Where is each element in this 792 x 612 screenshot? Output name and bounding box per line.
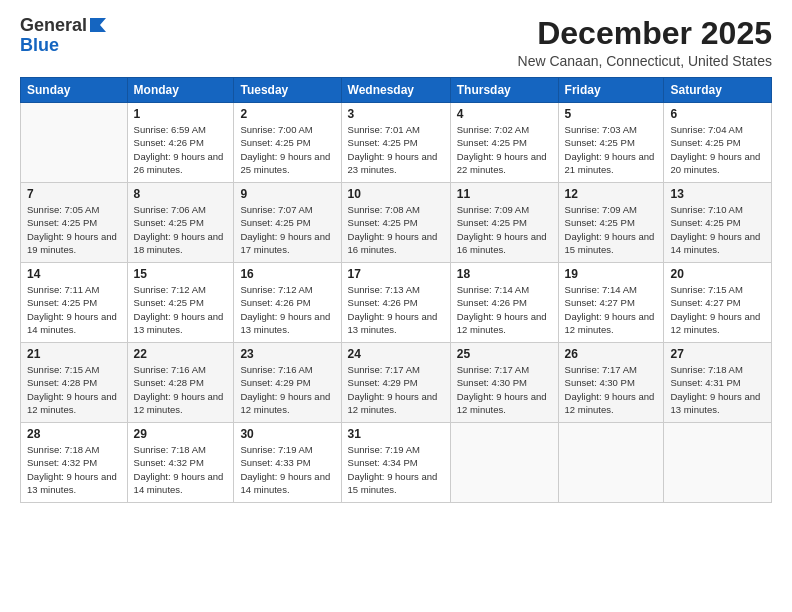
day-number: 28 — [27, 427, 121, 441]
daylight-text: Daylight: 9 hours and 15 minutes. — [565, 230, 658, 257]
col-thursday: Thursday — [450, 78, 558, 103]
calendar-table: Sunday Monday Tuesday Wednesday Thursday… — [20, 77, 772, 503]
day-info: Sunrise: 7:03 AM Sunset: 4:25 PM Dayligh… — [565, 123, 658, 176]
sunset-text: Sunset: 4:34 PM — [348, 456, 444, 469]
sunset-text: Sunset: 4:25 PM — [27, 216, 121, 229]
sunset-text: Sunset: 4:25 PM — [348, 136, 444, 149]
day-number: 26 — [565, 347, 658, 361]
daylight-text: Daylight: 9 hours and 21 minutes. — [565, 150, 658, 177]
day-number: 14 — [27, 267, 121, 281]
day-number: 13 — [670, 187, 765, 201]
day-number: 12 — [565, 187, 658, 201]
daylight-text: Daylight: 9 hours and 12 minutes. — [565, 390, 658, 417]
sunrise-text: Sunrise: 7:10 AM — [670, 203, 765, 216]
daylight-text: Daylight: 9 hours and 12 minutes. — [27, 390, 121, 417]
sunrise-text: Sunrise: 7:18 AM — [670, 363, 765, 376]
calendar-cell: 14 Sunrise: 7:11 AM Sunset: 4:25 PM Dayl… — [21, 263, 128, 343]
svg-marker-0 — [90, 18, 106, 32]
calendar-cell: 10 Sunrise: 7:08 AM Sunset: 4:25 PM Dayl… — [341, 183, 450, 263]
sunrise-text: Sunrise: 7:17 AM — [348, 363, 444, 376]
sunrise-text: Sunrise: 7:09 AM — [457, 203, 552, 216]
daylight-text: Daylight: 9 hours and 22 minutes. — [457, 150, 552, 177]
daylight-text: Daylight: 9 hours and 14 minutes. — [134, 470, 228, 497]
day-info: Sunrise: 7:12 AM Sunset: 4:26 PM Dayligh… — [240, 283, 334, 336]
sunrise-text: Sunrise: 7:19 AM — [240, 443, 334, 456]
day-number: 3 — [348, 107, 444, 121]
calendar-cell: 20 Sunrise: 7:15 AM Sunset: 4:27 PM Dayl… — [664, 263, 772, 343]
day-info: Sunrise: 7:05 AM Sunset: 4:25 PM Dayligh… — [27, 203, 121, 256]
sunset-text: Sunset: 4:25 PM — [565, 216, 658, 229]
sunset-text: Sunset: 4:25 PM — [134, 216, 228, 229]
day-info: Sunrise: 7:15 AM Sunset: 4:28 PM Dayligh… — [27, 363, 121, 416]
daylight-text: Daylight: 9 hours and 12 minutes. — [565, 310, 658, 337]
day-info: Sunrise: 7:08 AM Sunset: 4:25 PM Dayligh… — [348, 203, 444, 256]
calendar-cell: 21 Sunrise: 7:15 AM Sunset: 4:28 PM Dayl… — [21, 343, 128, 423]
day-number: 9 — [240, 187, 334, 201]
calendar-cell: 17 Sunrise: 7:13 AM Sunset: 4:26 PM Dayl… — [341, 263, 450, 343]
sunrise-text: Sunrise: 7:13 AM — [348, 283, 444, 296]
daylight-text: Daylight: 9 hours and 14 minutes. — [27, 310, 121, 337]
calendar-cell: 3 Sunrise: 7:01 AM Sunset: 4:25 PM Dayli… — [341, 103, 450, 183]
sunrise-text: Sunrise: 7:15 AM — [27, 363, 121, 376]
calendar-week-row: 21 Sunrise: 7:15 AM Sunset: 4:28 PM Dayl… — [21, 343, 772, 423]
sunrise-text: Sunrise: 7:16 AM — [240, 363, 334, 376]
day-number: 24 — [348, 347, 444, 361]
day-number: 8 — [134, 187, 228, 201]
sunrise-text: Sunrise: 7:05 AM — [27, 203, 121, 216]
calendar-cell: 24 Sunrise: 7:17 AM Sunset: 4:29 PM Dayl… — [341, 343, 450, 423]
day-number: 4 — [457, 107, 552, 121]
sunset-text: Sunset: 4:30 PM — [565, 376, 658, 389]
sunrise-text: Sunrise: 7:00 AM — [240, 123, 334, 136]
col-saturday: Saturday — [664, 78, 772, 103]
day-number: 5 — [565, 107, 658, 121]
daylight-text: Daylight: 9 hours and 13 minutes. — [134, 310, 228, 337]
calendar-cell: 18 Sunrise: 7:14 AM Sunset: 4:26 PM Dayl… — [450, 263, 558, 343]
calendar-cell: 4 Sunrise: 7:02 AM Sunset: 4:25 PM Dayli… — [450, 103, 558, 183]
day-info: Sunrise: 7:13 AM Sunset: 4:26 PM Dayligh… — [348, 283, 444, 336]
day-number: 21 — [27, 347, 121, 361]
sunrise-text: Sunrise: 7:07 AM — [240, 203, 334, 216]
calendar-cell: 22 Sunrise: 7:16 AM Sunset: 4:28 PM Dayl… — [127, 343, 234, 423]
calendar-cell: 9 Sunrise: 7:07 AM Sunset: 4:25 PM Dayli… — [234, 183, 341, 263]
day-info: Sunrise: 7:16 AM Sunset: 4:28 PM Dayligh… — [134, 363, 228, 416]
day-number: 11 — [457, 187, 552, 201]
calendar-cell: 31 Sunrise: 7:19 AM Sunset: 4:34 PM Dayl… — [341, 423, 450, 503]
sunset-text: Sunset: 4:25 PM — [457, 136, 552, 149]
calendar-cell: 15 Sunrise: 7:12 AM Sunset: 4:25 PM Dayl… — [127, 263, 234, 343]
day-info: Sunrise: 7:09 AM Sunset: 4:25 PM Dayligh… — [565, 203, 658, 256]
day-info: Sunrise: 7:18 AM Sunset: 4:32 PM Dayligh… — [134, 443, 228, 496]
title-block: December 2025 New Canaan, Connecticut, U… — [518, 16, 772, 69]
daylight-text: Daylight: 9 hours and 26 minutes. — [134, 150, 228, 177]
calendar-cell: 11 Sunrise: 7:09 AM Sunset: 4:25 PM Dayl… — [450, 183, 558, 263]
daylight-text: Daylight: 9 hours and 15 minutes. — [348, 470, 444, 497]
daylight-text: Daylight: 9 hours and 12 minutes. — [134, 390, 228, 417]
sunset-text: Sunset: 4:30 PM — [457, 376, 552, 389]
sunset-text: Sunset: 4:25 PM — [27, 296, 121, 309]
calendar-week-row: 28 Sunrise: 7:18 AM Sunset: 4:32 PM Dayl… — [21, 423, 772, 503]
sunrise-text: Sunrise: 7:18 AM — [134, 443, 228, 456]
sunset-text: Sunset: 4:27 PM — [565, 296, 658, 309]
day-number: 15 — [134, 267, 228, 281]
sunrise-text: Sunrise: 7:14 AM — [457, 283, 552, 296]
sunset-text: Sunset: 4:29 PM — [348, 376, 444, 389]
calendar-week-row: 7 Sunrise: 7:05 AM Sunset: 4:25 PM Dayli… — [21, 183, 772, 263]
daylight-text: Daylight: 9 hours and 16 minutes. — [348, 230, 444, 257]
sunrise-text: Sunrise: 7:16 AM — [134, 363, 228, 376]
col-friday: Friday — [558, 78, 664, 103]
day-number: 16 — [240, 267, 334, 281]
calendar-week-row: 14 Sunrise: 7:11 AM Sunset: 4:25 PM Dayl… — [21, 263, 772, 343]
calendar-cell: 13 Sunrise: 7:10 AM Sunset: 4:25 PM Dayl… — [664, 183, 772, 263]
sunset-text: Sunset: 4:26 PM — [457, 296, 552, 309]
day-info: Sunrise: 7:19 AM Sunset: 4:34 PM Dayligh… — [348, 443, 444, 496]
day-info: Sunrise: 7:06 AM Sunset: 4:25 PM Dayligh… — [134, 203, 228, 256]
sunset-text: Sunset: 4:29 PM — [240, 376, 334, 389]
sunrise-text: Sunrise: 7:01 AM — [348, 123, 444, 136]
sunset-text: Sunset: 4:25 PM — [565, 136, 658, 149]
sunrise-text: Sunrise: 7:06 AM — [134, 203, 228, 216]
calendar-cell: 26 Sunrise: 7:17 AM Sunset: 4:30 PM Dayl… — [558, 343, 664, 423]
sunset-text: Sunset: 4:25 PM — [134, 296, 228, 309]
sunrise-text: Sunrise: 7:15 AM — [670, 283, 765, 296]
page: General Blue December 2025 New Canaan, C… — [0, 0, 792, 612]
calendar-cell: 5 Sunrise: 7:03 AM Sunset: 4:25 PM Dayli… — [558, 103, 664, 183]
calendar-cell: 1 Sunrise: 6:59 AM Sunset: 4:26 PM Dayli… — [127, 103, 234, 183]
